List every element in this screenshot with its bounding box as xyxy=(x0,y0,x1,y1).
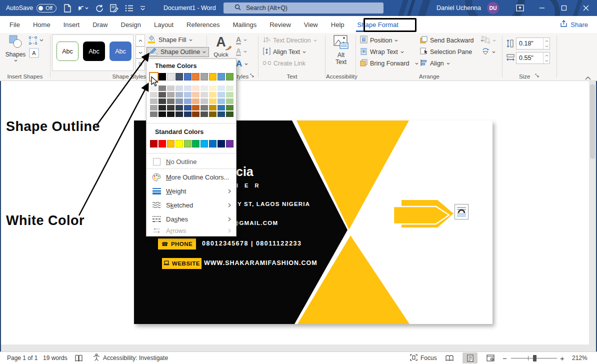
color-variant-swatch[interactable] xyxy=(192,105,200,110)
tab-home[interactable]: Home xyxy=(26,16,57,33)
shape-width-input[interactable]: 0.55" xyxy=(516,52,550,64)
shape-style-thumb-2[interactable]: Abc xyxy=(83,42,105,61)
text-outline-button[interactable]: A xyxy=(236,46,247,56)
color-variant-swatch[interactable] xyxy=(226,92,234,98)
page-indicator[interactable]: Page 1 of 1 xyxy=(7,352,38,364)
color-variant-swatch[interactable] xyxy=(176,98,183,104)
tab-mailings[interactable]: Mailings xyxy=(226,16,264,33)
tab-layout[interactable]: Layout xyxy=(148,16,180,33)
shapes-button[interactable]: Shapes xyxy=(4,35,27,62)
tab-draw[interactable]: Draw xyxy=(86,16,114,33)
shape-outline-button[interactable]: Shape Outline xyxy=(146,47,209,57)
align-text-button[interactable]: Align Text xyxy=(263,47,306,57)
zoom-in-button[interactable]: + xyxy=(560,352,564,364)
color-variant-swatch[interactable] xyxy=(150,105,158,110)
color-variant-swatch[interactable] xyxy=(184,92,192,98)
color-swatch[interactable] xyxy=(192,140,200,148)
color-variant-swatch[interactable] xyxy=(218,112,225,117)
color-variant-swatch[interactable] xyxy=(200,86,208,91)
user-name[interactable]: Daniel Uchenna xyxy=(436,4,481,12)
dialog-launcher-icon[interactable] xyxy=(535,74,540,78)
color-variant-swatch[interactable] xyxy=(226,105,234,110)
share-button[interactable]: Share xyxy=(560,18,588,30)
color-variant-swatch[interactable] xyxy=(167,98,174,104)
accessibility-status[interactable]: Accessibility: Investigate xyxy=(93,352,168,364)
text-fill-button[interactable]: A xyxy=(236,35,247,45)
color-variant-swatch[interactable] xyxy=(176,86,183,91)
tab-shape-format[interactable]: Shape Format xyxy=(351,16,405,33)
color-variant-swatch[interactable] xyxy=(209,86,216,91)
word-count[interactable]: 19 words xyxy=(43,352,68,364)
color-variant-swatch[interactable] xyxy=(218,86,225,91)
tab-file[interactable]: File xyxy=(3,16,26,33)
color-variant-swatch[interactable] xyxy=(158,105,166,110)
height-spinner[interactable] xyxy=(543,38,550,49)
shape-fill-button[interactable]: Shape Fill xyxy=(148,35,192,45)
color-swatch[interactable] xyxy=(226,140,234,148)
selection-pane-button[interactable]: Selection Pane xyxy=(420,47,472,57)
print-layout-button[interactable] xyxy=(462,352,478,364)
color-variant-swatch[interactable] xyxy=(226,86,234,91)
color-variant-swatch[interactable] xyxy=(209,98,216,104)
alt-text-button[interactable]: Alt Text xyxy=(330,35,352,66)
color-variant-swatch[interactable] xyxy=(226,98,234,104)
tab-view[interactable]: View xyxy=(298,16,324,33)
color-variant-swatch[interactable] xyxy=(176,112,183,117)
color-swatch[interactable] xyxy=(226,73,234,80)
color-variant-swatch[interactable] xyxy=(209,112,216,117)
text-effects-button[interactable]: A xyxy=(236,59,248,69)
color-variant-swatch[interactable] xyxy=(167,112,174,117)
color-variant-swatch[interactable] xyxy=(192,86,200,91)
bring-forward-button[interactable]: Bring Forward xyxy=(360,58,418,68)
color-variant-swatch[interactable] xyxy=(184,112,192,117)
close-button[interactable] xyxy=(575,0,597,16)
color-swatch[interactable] xyxy=(209,140,216,148)
color-variant-swatch[interactable] xyxy=(200,112,208,117)
color-variant-swatch[interactable] xyxy=(158,92,166,98)
color-variant-swatch[interactable] xyxy=(209,105,216,110)
color-variant-swatch[interactable] xyxy=(158,98,166,104)
width-spinner[interactable] xyxy=(543,52,550,64)
zoom-out-button[interactable]: − xyxy=(502,352,507,364)
focus-button[interactable]: Focus xyxy=(410,352,437,364)
color-swatch[interactable] xyxy=(150,140,158,148)
menu-item-more-outline-colors[interactable]: More Outline Colors... xyxy=(146,170,236,184)
read-mode-button[interactable] xyxy=(442,352,457,364)
color-swatch[interactable] xyxy=(209,73,216,80)
menu-item-sketched[interactable]: Sketched xyxy=(146,198,236,212)
dialog-launcher-icon[interactable] xyxy=(250,74,255,78)
maximize-button[interactable] xyxy=(553,0,575,16)
shape-style-thumb-1[interactable]: Abc xyxy=(56,42,78,61)
rotate-button[interactable] xyxy=(482,47,496,57)
color-variant-swatch[interactable] xyxy=(158,86,166,91)
search-input[interactable]: Search (Alt+Q) xyxy=(224,2,384,14)
color-variant-swatch[interactable] xyxy=(158,112,166,117)
tab-review[interactable]: Review xyxy=(263,16,298,33)
proofing-icon[interactable] xyxy=(75,352,82,364)
color-swatch[interactable] xyxy=(218,73,225,80)
color-swatch[interactable] xyxy=(158,73,166,80)
color-variant-swatch[interactable] xyxy=(218,98,225,104)
color-variant-swatch[interactable] xyxy=(226,112,234,117)
horizontal-scrollbar[interactable] xyxy=(1,344,596,352)
color-variant-swatch[interactable] xyxy=(200,92,208,98)
color-swatch[interactable] xyxy=(176,140,183,148)
color-variant-swatch[interactable] xyxy=(192,98,200,104)
color-swatch[interactable] xyxy=(158,140,166,148)
ribbon-display-options-button[interactable] xyxy=(509,0,531,16)
shape-height-input[interactable]: 0.18" xyxy=(516,38,550,50)
vertical-scrollbar[interactable] xyxy=(589,81,596,344)
tab-design[interactable]: Design xyxy=(114,16,148,33)
gallery-up-button[interactable] xyxy=(136,34,145,46)
color-swatch[interactable] xyxy=(176,73,183,80)
color-swatch[interactable] xyxy=(150,73,158,80)
gallery-down-button[interactable] xyxy=(136,46,145,58)
color-variant-swatch[interactable] xyxy=(218,92,225,98)
wrap-text-button[interactable]: Wrap Text xyxy=(360,47,404,57)
color-swatch[interactable] xyxy=(184,140,192,148)
color-variant-swatch[interactable] xyxy=(192,112,200,117)
web-layout-button[interactable] xyxy=(483,352,498,364)
avatar[interactable]: DU xyxy=(487,2,499,14)
document-canvas[interactable]: Shape Outline White Color cia I E R Y ST… xyxy=(1,81,596,352)
color-variant-swatch[interactable] xyxy=(209,92,216,98)
